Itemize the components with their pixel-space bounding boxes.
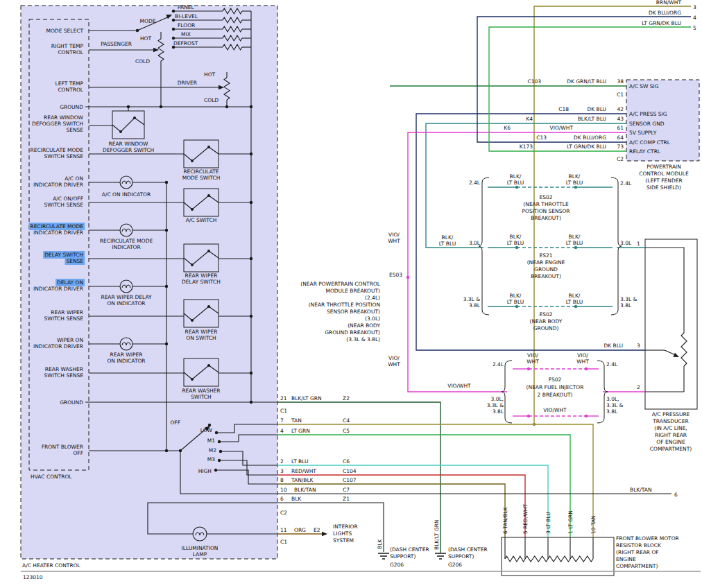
label-10-tan: 10 TAN [590,515,597,534]
label-switch-sense: SWITCH SENSE [44,315,84,322]
junction-dot [250,105,252,108]
label-blk: BLK [377,539,383,549]
label-hot: HOT [140,35,152,42]
label-brn-wht: BRN/WHT [656,0,682,6]
label-indicator-driver: INDICATOR DRIVER [33,230,83,236]
label-1: 1 [637,241,640,247]
label-es02: ES02 [539,311,552,318]
junction-dot [250,401,252,404]
label-73: 73 [617,144,624,150]
junction-dot [250,153,252,155]
label-recirculate-mode: RECIRCULATE MODE [31,223,84,230]
wire-transducer-pin1-lead [645,248,684,333]
label-rear-wiper: REAR WIPER [110,352,143,358]
junction-dot [574,305,577,308]
label-near-fuel-injector: (NEAR FUEL INJECTOR [526,384,584,390]
label-mode-switch: MODE SWITCH [182,175,221,181]
label-2-4l: 2.4L [606,361,618,368]
label-interior: INTERIOR [333,524,358,530]
ground-g206-left [378,553,389,559]
label-3-0l: 3.0L, [491,396,504,402]
junction-dot [172,10,175,12]
label-ground: GROUND) [533,325,559,331]
defogger-switch-symbol-contact-b [133,116,136,119]
label-defrost: DEFROST [173,40,198,46]
junction-dot [165,449,168,452]
label-m3: M3 [207,456,215,462]
label-on-indicator: ON INDICATOR [107,300,145,306]
label-3-3l: 3.3L & [620,296,637,302]
junction-dot [533,423,536,426]
label-relay-ctrl: RELAY CTRL [629,148,661,155]
label-on-switch: ON SWITCH [186,335,216,341]
label-switch-sense: SWITCH SENSE [44,153,84,159]
label-cold: COLD [135,58,150,64]
label-rear-window: REAR WINDOW [108,141,148,147]
label-switch: SWITCH [191,394,211,400]
label-a-c-on-off: A/C ON/OFF [53,196,83,202]
label-3-0l: 3.0L, [606,396,619,402]
wire-wire-z1-blk [277,503,384,552]
label-rear-washer: REAR WASHER [182,388,220,394]
label-7: 7 [280,417,284,424]
label-rear-wiper: REAR WIPER [185,329,218,335]
label-module-breakout: MODULE BREAKOUT) [325,288,380,294]
label-lt-grn: LT GRN [291,428,310,434]
label-4: 4 [280,428,284,434]
label-vio-wht: VIO/WHT [550,125,574,131]
junction-dot [574,246,577,249]
label-dash-center: (DASH CENTER [390,546,429,553]
label-low: LOW [200,427,213,433]
ground-g206-right [435,553,446,559]
label-delay-switch: DELAY SWITCH [44,252,83,258]
label-mode: MODE [140,18,156,24]
label-dk-blu: DK BLU [603,343,623,349]
junction-dot [527,415,530,417]
junction-dot [127,105,130,108]
delay-switch-symbol-contact-b [207,250,210,252]
label-a-c-sw-sig: A/C SW SIG [629,83,659,89]
label-control: CONTROL [58,87,83,93]
resistor-block-res-2 [525,556,548,562]
label-k173: K173 [520,144,533,150]
label-breakout: BREAKOUT) [531,215,561,221]
label-1-lt-grn: 1 LT GRN [567,510,574,534]
label-61: 61 [617,125,624,131]
label-2: 2 [637,384,640,390]
label-es03: ES03 [389,272,402,278]
label-blk-tan: BLK/TAN [294,487,316,493]
label-m2: M2 [209,447,216,453]
junction-dot [215,431,218,434]
label-tan: TAN [291,417,302,424]
label-c4: C4 [343,417,350,424]
junction-dot [250,372,252,374]
label-left-fender: (LEFT FENDER [645,178,682,184]
junction-dot [214,469,217,472]
label-5v-supply: 5V SUPPLY [629,130,657,136]
label-blk: BLK/ [510,173,522,180]
label-lamp: LAMP [193,551,207,557]
label-3-lt-blu: 3 LT BLU [545,512,551,534]
junction-dot [165,181,168,184]
label-c1: C1 [617,92,624,98]
label-blk-lt-grn: BLK/LT GRN [291,395,322,401]
label-blk-tan: BLK/TAN [630,487,652,493]
label-4: 4 [693,15,696,21]
label-42: 42 [617,106,624,112]
label-vio: VIO/ [577,352,588,358]
label-rear-wiper: REAR WIPER [185,273,218,279]
label-position-sensor: POSITION SENSOR [522,208,570,214]
label-11: 11 [280,527,287,533]
label-hot: HOT [204,71,216,78]
label-2-breakout: 2 BREAKOUT) [538,392,573,398]
label-3-8l: 3.8L [493,408,504,415]
label-driver: DRIVER [178,80,197,86]
ac-switch-symbol-contact-b [207,194,210,197]
label-engine: ENGINE [616,556,636,562]
label-c7: C7 [343,487,350,493]
junction-dot [527,368,530,370]
label-64: 64 [617,135,624,141]
label-vio: VIO/ [388,232,400,238]
label-3: 3 [693,4,696,10]
washer-switch-symbol-contact-b [207,364,210,367]
